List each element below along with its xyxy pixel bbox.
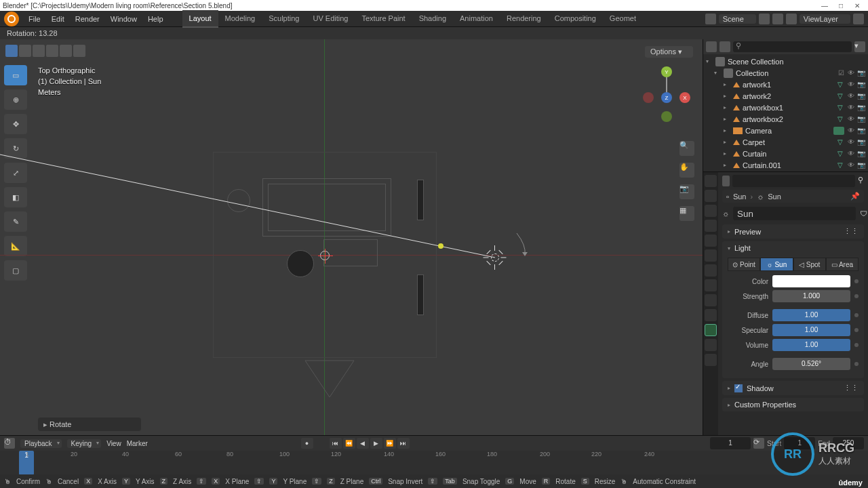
timeline-playback-dropdown[interactable]: Playback bbox=[20, 439, 62, 448]
light-volume-input[interactable]: 1.00 bbox=[772, 339, 850, 351]
outliner-filter-icon[interactable]: ▾ bbox=[854, 41, 865, 52]
timeline-view-menu[interactable]: View bbox=[106, 440, 121, 447]
properties-search-input[interactable] bbox=[732, 175, 855, 187]
scene-browse-icon[interactable] bbox=[705, 14, 716, 24]
render-icon[interactable]: 📷 bbox=[857, 92, 865, 100]
prop-tab-data-icon[interactable] bbox=[705, 324, 717, 336]
keyframe-prev-icon[interactable]: ⏪ bbox=[343, 438, 355, 449]
select-mode2-icon[interactable] bbox=[33, 45, 45, 57]
gizmo-y-icon[interactable]: Y bbox=[661, 66, 672, 77]
render-icon[interactable]: 📷 bbox=[857, 115, 865, 123]
eye-icon[interactable]: 👁 bbox=[847, 127, 855, 135]
tool-add[interactable]: ▢ bbox=[4, 260, 27, 281]
sun-light-icon[interactable] bbox=[487, 249, 503, 266]
checkbox-icon[interactable]: ☑ bbox=[837, 69, 845, 77]
pan-icon[interactable]: ✋ bbox=[679, 163, 694, 178]
anim-dot-icon[interactable] bbox=[854, 328, 859, 332]
3d-viewport[interactable]: Options ▾ ▭ ⊕ ✥ ↻ ⤢ ◧ ✎ 📐 ▢ Top Orthogra… bbox=[0, 39, 703, 435]
tree-row[interactable]: ▸artwork1▽👁📷 bbox=[703, 79, 868, 90]
start-frame-input[interactable]: 1 bbox=[784, 437, 815, 449]
prop-tab-material-icon[interactable] bbox=[705, 339, 717, 351]
window-maximize-icon[interactable]: □ bbox=[833, 1, 849, 10]
viewport-options-dropdown[interactable]: Options ▾ bbox=[645, 46, 693, 58]
light-type-area[interactable]: ▭ Area bbox=[826, 258, 859, 271]
frame-jump-icon[interactable]: ⟳ bbox=[753, 438, 764, 449]
gizmo-neg-y-icon[interactable] bbox=[661, 111, 672, 122]
light-type-spot[interactable]: ◁ Spot bbox=[793, 258, 826, 271]
light-type-point[interactable]: ⊙ Point bbox=[728, 258, 760, 271]
eye-icon[interactable]: 👁 bbox=[847, 104, 855, 112]
panel-preview-header[interactable]: Preview⋮⋮ bbox=[722, 224, 864, 239]
render-icon[interactable]: 📷 bbox=[857, 104, 865, 112]
tab-sculpting[interactable]: Sculpting bbox=[262, 10, 306, 28]
outliner-tree[interactable]: ▾ Scene Collection ▾ Collection ☑ 👁 📷 ▸a… bbox=[703, 54, 868, 171]
perspective-toggle-icon[interactable]: ▦ bbox=[679, 206, 694, 221]
light-color-swatch[interactable] bbox=[772, 275, 850, 287]
menu-help[interactable]: Help bbox=[142, 11, 169, 27]
tab-animation[interactable]: Animation bbox=[453, 10, 500, 28]
tree-row[interactable]: ▸artwork2▽👁📷 bbox=[703, 90, 868, 102]
play-icon[interactable]: ▶ bbox=[370, 438, 382, 449]
panel-custom-props-header[interactable]: Custom Properties bbox=[722, 398, 864, 411]
prop-tab-output-icon[interactable] bbox=[705, 190, 717, 202]
anim-dot-icon[interactable] bbox=[854, 343, 859, 347]
axis-gizmo[interactable]: Y X Z bbox=[643, 66, 690, 127]
menu-edit[interactable]: Edit bbox=[46, 11, 70, 27]
tab-texture-paint[interactable]: Texture Paint bbox=[355, 10, 412, 28]
render-icon[interactable]: 📷 bbox=[857, 127, 865, 135]
eye-icon[interactable]: 👁 bbox=[847, 161, 855, 169]
tab-uv-editing[interactable]: UV Editing bbox=[306, 10, 355, 28]
gizmo-neg-x-icon[interactable] bbox=[643, 92, 654, 103]
tool-move[interactable]: ✥ bbox=[4, 114, 27, 134]
prop-tab-world-icon[interactable] bbox=[705, 235, 717, 247]
prop-tab-constraints-icon[interactable] bbox=[705, 309, 717, 321]
keyframe-next-icon[interactable]: ⏩ bbox=[384, 438, 396, 449]
light-strength-input[interactable]: 1.000 bbox=[772, 290, 850, 302]
jump-start-icon[interactable]: ⏮ bbox=[330, 438, 342, 449]
jump-end-icon[interactable]: ⏭ bbox=[397, 438, 410, 449]
tab-rendering[interactable]: Rendering bbox=[500, 10, 548, 28]
prop-tab-scene-icon[interactable] bbox=[705, 220, 717, 232]
tab-geometry[interactable]: Geomet bbox=[603, 10, 643, 28]
properties-options-icon[interactable] bbox=[722, 176, 730, 186]
tool-scale[interactable]: ⤢ bbox=[4, 163, 27, 183]
select-mode4-icon[interactable] bbox=[60, 45, 72, 57]
menu-window[interactable]: Window bbox=[105, 11, 142, 27]
outliner-view-icon[interactable] bbox=[719, 41, 730, 52]
prop-tab-modifiers-icon[interactable] bbox=[705, 264, 717, 277]
anim-dot-icon[interactable] bbox=[854, 279, 859, 283]
tree-row[interactable]: ▸Flooring▽👁📷 bbox=[703, 171, 868, 171]
tree-row[interactable]: ▸Curtain.001▽👁📷 bbox=[703, 159, 868, 171]
eye-icon[interactable]: 👁 bbox=[847, 81, 855, 89]
scene-dropdown[interactable]: Scene bbox=[719, 14, 756, 24]
light-specular-input[interactable]: 1.00 bbox=[772, 324, 850, 336]
render-icon[interactable]: 📷 bbox=[857, 138, 865, 146]
viewlayer-dropdown[interactable]: ViewLayer bbox=[800, 14, 850, 24]
prop-tab-particles-icon[interactable] bbox=[705, 279, 717, 291]
tool-cursor[interactable]: ⊕ bbox=[4, 89, 27, 110]
render-icon[interactable]: 📷 bbox=[857, 161, 865, 169]
eye-icon[interactable]: 👁 bbox=[847, 92, 855, 100]
timeline-keying-dropdown[interactable]: Keying bbox=[67, 439, 102, 448]
tool-transform[interactable]: ◧ bbox=[4, 187, 27, 207]
tool-measure[interactable]: 📐 bbox=[4, 236, 27, 256]
camera-view-icon[interactable]: 📷 bbox=[679, 184, 694, 199]
render-icon[interactable]: 📷 bbox=[857, 81, 865, 89]
tool-rotate[interactable]: ↻ bbox=[4, 138, 27, 159]
properties-pin-icon[interactable]: ⚲ bbox=[858, 176, 864, 186]
current-frame-input[interactable]: 1 bbox=[710, 437, 751, 449]
timeline-editor-type-icon[interactable]: ⏱ bbox=[4, 438, 15, 449]
anim-dot-icon[interactable] bbox=[854, 313, 859, 317]
outliner-search-input[interactable] bbox=[733, 41, 852, 52]
end-frame-input[interactable]: 250 bbox=[833, 437, 864, 449]
autokey-icon[interactable]: ● bbox=[301, 438, 313, 449]
timeline-ruler[interactable]: 1 120406080100120140160180200220240 bbox=[0, 451, 868, 475]
light-type-sun[interactable]: ☼ Sun bbox=[760, 258, 793, 271]
anim-dot-icon[interactable] bbox=[854, 294, 859, 298]
render-icon[interactable]: 📷 bbox=[857, 150, 865, 158]
prop-tab-object-icon[interactable] bbox=[705, 249, 717, 262]
tab-compositing[interactable]: Compositing bbox=[548, 10, 603, 28]
prop-tab-render-icon[interactable] bbox=[705, 175, 717, 187]
outliner-display-mode-icon[interactable] bbox=[706, 41, 717, 52]
timeline-marker-menu[interactable]: Marker bbox=[127, 440, 148, 447]
